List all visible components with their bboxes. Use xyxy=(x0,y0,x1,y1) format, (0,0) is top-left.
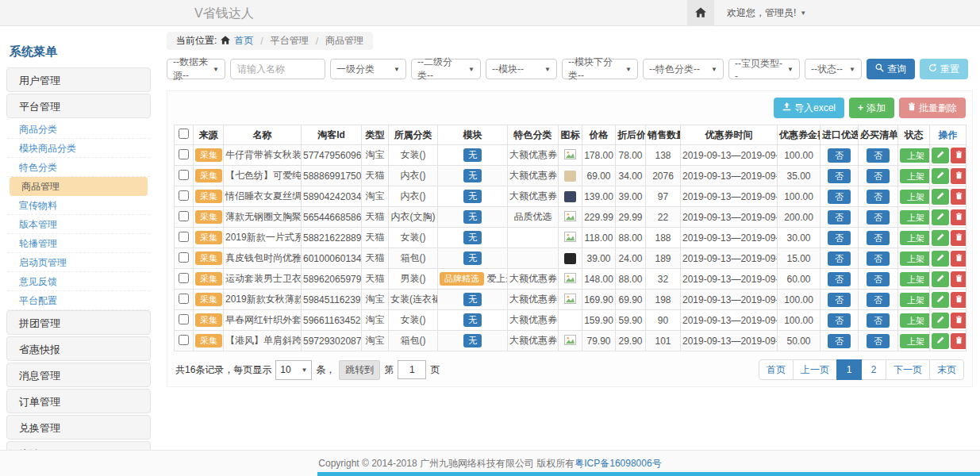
edit-button[interactable] xyxy=(932,333,949,349)
must-buy-toggle[interactable]: 否 xyxy=(867,251,890,266)
delete-button[interactable] xyxy=(951,333,967,349)
sidebar-item-sub[interactable]: 商品分类 xyxy=(7,120,150,139)
pager-button[interactable]: 下一页 xyxy=(886,359,930,380)
pager-button[interactable]: 上一页 xyxy=(793,359,837,380)
batch-delete-button[interactable]: 批量删除 xyxy=(899,98,966,118)
sidebar-item-group[interactable]: 用户管理 xyxy=(6,67,151,92)
filter-select[interactable]: --状态--▼ xyxy=(805,59,862,79)
status-button[interactable]: 上架 xyxy=(900,148,930,163)
must-buy-toggle[interactable]: 否 xyxy=(867,231,890,245)
must-buy-toggle[interactable]: 否 xyxy=(867,148,890,163)
edit-button[interactable] xyxy=(932,251,949,267)
filter-select[interactable]: --二级分类--▼ xyxy=(411,59,481,79)
sidebar-item-group[interactable]: 兑换管理 xyxy=(6,415,151,440)
must-buy-toggle[interactable]: 否 xyxy=(867,272,890,286)
filter-select[interactable]: 一级分类▼ xyxy=(330,59,406,79)
must-buy-toggle[interactable]: 否 xyxy=(867,334,890,348)
breadcrumb-home-link[interactable]: 首页 xyxy=(234,34,253,48)
must-buy-toggle[interactable]: 否 xyxy=(867,169,890,183)
status-button[interactable]: 上架 xyxy=(900,210,930,225)
import-select-toggle[interactable]: 否 xyxy=(828,169,851,183)
status-button[interactable]: 上架 xyxy=(900,313,930,328)
sidebar-item-sub[interactable]: 平台配置 xyxy=(7,291,150,310)
pager-button[interactable]: 首页 xyxy=(759,359,794,380)
import-select-toggle[interactable]: 否 xyxy=(828,293,851,307)
pager-button[interactable]: 末页 xyxy=(929,359,964,380)
row-checkbox[interactable] xyxy=(179,170,189,180)
per-page-select[interactable]: 10▼ xyxy=(275,360,312,380)
import-select-toggle[interactable]: 否 xyxy=(828,231,851,245)
delete-button[interactable] xyxy=(951,271,967,287)
query-button[interactable]: 查询 xyxy=(867,59,915,79)
edit-button[interactable] xyxy=(932,189,949,205)
select-all-checkbox[interactable] xyxy=(179,129,189,139)
icp-link[interactable]: 粤ICP备16098006号 xyxy=(575,458,661,469)
row-checkbox[interactable] xyxy=(179,335,189,345)
edit-button[interactable] xyxy=(932,209,949,225)
edit-button[interactable] xyxy=(932,271,949,287)
delete-button[interactable] xyxy=(951,209,967,225)
status-button[interactable]: 上架 xyxy=(900,169,930,183)
filter-select[interactable]: --模块--▼ xyxy=(486,59,557,79)
page-number-input[interactable] xyxy=(398,360,426,379)
status-button[interactable]: 上架 xyxy=(900,334,930,348)
status-button[interactable]: 上架 xyxy=(900,231,930,245)
edit-button[interactable] xyxy=(932,292,949,308)
sidebar-item-sub[interactable]: 宣传物料 xyxy=(7,196,150,215)
pager-button[interactable]: 1 xyxy=(836,359,862,380)
row-checkbox[interactable] xyxy=(179,211,189,221)
import-excel-button[interactable]: 导入excel xyxy=(774,98,844,118)
import-select-toggle[interactable]: 否 xyxy=(828,148,851,163)
sidebar-item-group[interactable]: 拼团管理 xyxy=(6,310,151,335)
must-buy-toggle[interactable]: 否 xyxy=(867,293,890,307)
import-select-toggle[interactable]: 否 xyxy=(828,334,851,348)
delete-button[interactable] xyxy=(951,251,967,267)
delete-button[interactable] xyxy=(951,292,967,308)
row-checkbox[interactable] xyxy=(179,232,189,242)
edit-button[interactable] xyxy=(932,313,949,328)
filter-select[interactable]: --模块下分类--▼ xyxy=(562,59,638,79)
import-select-toggle[interactable]: 否 xyxy=(828,313,851,328)
delete-button[interactable] xyxy=(951,230,967,246)
sidebar-item-sub[interactable]: 商品管理 xyxy=(10,177,148,196)
pager-button[interactable]: 2 xyxy=(861,359,886,380)
sidebar-item-sub[interactable]: 模块商品分类 xyxy=(7,139,150,158)
home-button[interactable] xyxy=(687,0,714,26)
sidebar-item-sub[interactable]: 启动页管理 xyxy=(7,253,150,272)
name-search-input[interactable] xyxy=(230,59,325,79)
delete-button[interactable] xyxy=(951,148,967,163)
must-buy-toggle[interactable]: 否 xyxy=(867,190,890,204)
delete-button[interactable] xyxy=(951,189,967,205)
must-buy-toggle[interactable]: 否 xyxy=(867,313,890,328)
import-select-toggle[interactable]: 否 xyxy=(828,210,851,225)
sidebar-item-group[interactable]: 平台管理 xyxy=(6,94,151,118)
must-buy-toggle[interactable]: 否 xyxy=(867,210,890,225)
row-checkbox[interactable] xyxy=(179,190,189,201)
reset-button[interactable]: 重置 xyxy=(920,59,968,79)
status-button[interactable]: 上架 xyxy=(900,190,930,204)
sidebar-item-group[interactable]: 订单管理 xyxy=(6,389,151,413)
edit-button[interactable] xyxy=(932,148,949,163)
row-checkbox[interactable] xyxy=(179,149,189,159)
import-select-toggle[interactable]: 否 xyxy=(828,251,851,266)
row-checkbox[interactable] xyxy=(179,294,189,304)
filter-select[interactable]: --特色分类--▼ xyxy=(643,59,724,79)
edit-button[interactable] xyxy=(932,230,949,246)
import-select-toggle[interactable]: 否 xyxy=(828,190,851,204)
edit-button[interactable] xyxy=(932,168,949,184)
filter-select[interactable]: --宝贝类型--▼ xyxy=(728,59,800,79)
status-button[interactable]: 上架 xyxy=(900,293,930,307)
sidebar-item-sub[interactable]: 特色分类 xyxy=(7,158,150,177)
jump-button[interactable]: 跳转到 xyxy=(339,360,380,380)
status-button[interactable]: 上架 xyxy=(900,272,930,286)
add-button[interactable]: + 添加 xyxy=(849,98,894,118)
filter-select[interactable]: --数据来源--▼ xyxy=(167,59,225,79)
import-select-toggle[interactable]: 否 xyxy=(828,272,851,286)
sidebar-item-sub[interactable]: 意见反馈 xyxy=(7,272,150,291)
user-menu[interactable]: 欢迎您，管理员! ▼ xyxy=(727,6,806,20)
sidebar-item-group[interactable]: 消息管理 xyxy=(6,363,151,387)
delete-button[interactable] xyxy=(951,168,967,184)
sidebar-item-group[interactable]: 省惠快报 xyxy=(6,336,151,361)
sidebar-item-sub[interactable]: 版本管理 xyxy=(7,215,150,234)
row-checkbox[interactable] xyxy=(179,252,189,263)
